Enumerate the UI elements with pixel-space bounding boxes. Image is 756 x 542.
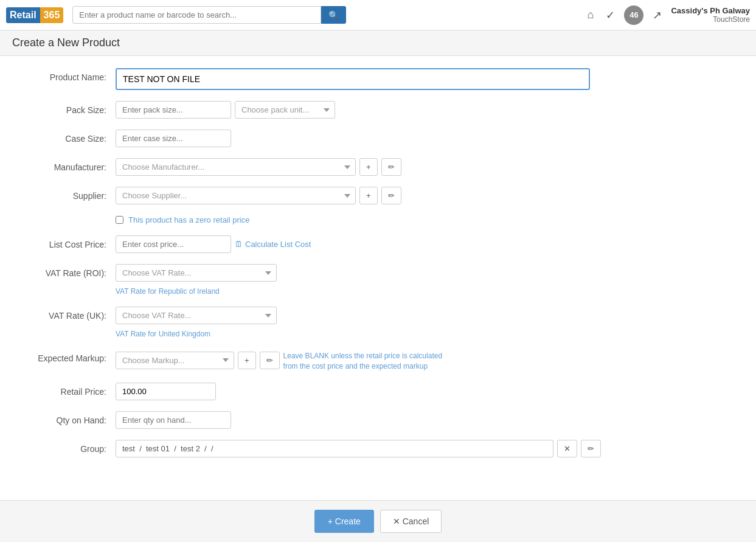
group-input[interactable] (116, 440, 553, 457)
case-size-row: Case Size: (18, 130, 651, 147)
home-button[interactable]: ⌂ (584, 5, 597, 24)
vat-uk-row: VAT Rate (UK): Choose VAT Rate... VAT Ra… (18, 307, 651, 338)
case-size-fields (116, 130, 651, 147)
case-size-input[interactable] (116, 130, 231, 147)
zero-price-checkbox-row: This product has a zero retail price (116, 215, 249, 224)
check-button[interactable]: ✓ (603, 5, 618, 25)
supplier-select[interactable]: Choose Supplier... (116, 187, 356, 204)
group-label: Group: (18, 440, 116, 454)
pack-size-fields: Choose pack unit... (116, 101, 651, 119)
calculate-link[interactable]: 🗓 Calculate List Cost (235, 240, 311, 249)
qty-input[interactable] (116, 411, 231, 429)
manufacturer-row: Manufacturer: Choose Manufacturer... + ✏ (18, 158, 651, 176)
user-info: Cassidy's Ph Galway TouchStore (671, 6, 750, 24)
check-icon: ✓ (606, 9, 615, 21)
zero-price-spacer (18, 215, 116, 220)
logo-retail: Retail (6, 7, 40, 23)
vat-uk-select[interactable]: Choose VAT Rate... (116, 307, 277, 324)
product-name-label: Product Name: (18, 68, 116, 82)
retail-price-label: Retail Price: (18, 383, 116, 397)
manufacturer-select[interactable]: Choose Manufacturer... (116, 158, 356, 176)
vat-roi-fields: Choose VAT Rate... VAT Rate for Republic… (116, 264, 651, 296)
logo-365: 365 (40, 7, 64, 23)
qty-row: Qty on Hand: (18, 411, 651, 429)
pack-size-row: Pack Size: Choose pack unit... (18, 101, 651, 119)
markup-row: Expected Markup: Choose Markup... + ✏ Le… (18, 349, 651, 372)
product-name-fields (116, 68, 651, 90)
vat-roi-label: VAT Rate (ROI): (18, 264, 116, 278)
vat-uk-helper: VAT Rate for United Kingdom (116, 330, 651, 338)
group-row: Group: ✕ ✏ (18, 440, 651, 457)
pack-size-label: Pack Size: (18, 101, 116, 115)
supplier-edit-button[interactable]: ✏ (381, 187, 401, 204)
qty-fields (116, 411, 651, 429)
vat-roi-select[interactable]: Choose VAT Rate... (116, 264, 277, 282)
cost-price-fields: 🗓 Calculate List Cost (116, 235, 651, 253)
qty-label: Qty on Hand: (18, 411, 116, 425)
vat-uk-label: VAT Rate (UK): (18, 307, 116, 321)
supplier-add-button[interactable]: + (359, 187, 378, 204)
page-title: Create a New Product (12, 36, 744, 49)
page-title-bar: Create a New Product (0, 30, 756, 56)
zero-price-checkbox[interactable] (116, 216, 123, 224)
product-name-row: Product Name: (18, 68, 651, 90)
product-name-input[interactable] (116, 68, 590, 90)
export-icon: ↗ (653, 9, 662, 21)
cost-price-row: List Cost Price: 🗓 Calculate List Cost (18, 235, 651, 253)
cost-price-label: List Cost Price: (18, 235, 116, 249)
supplier-fields: Choose Supplier... + ✏ (116, 187, 651, 204)
manufacturer-label: Manufacturer: (18, 158, 116, 172)
search-bar: 🔍 (72, 6, 346, 24)
search-button[interactable]: 🔍 (321, 6, 346, 24)
user-store: TouchStore (671, 15, 750, 24)
vat-roi-row: VAT Rate (ROI): Choose VAT Rate... VAT R… (18, 264, 651, 296)
case-size-label: Case Size: (18, 130, 116, 144)
search-input[interactable] (72, 6, 321, 24)
group-fields: ✕ ✏ (116, 440, 651, 457)
header-icons: ⌂ ✓ 46 ↗ (584, 5, 665, 25)
home-icon: ⌂ (588, 9, 594, 21)
user-name: Cassidy's Ph Galway (671, 6, 750, 15)
vat-uk-fields: Choose VAT Rate... VAT Rate for United K… (116, 307, 651, 338)
supplier-label: Supplier: (18, 187, 116, 201)
group-input-container: ✕ ✏ (116, 440, 601, 457)
retail-price-fields (116, 383, 651, 400)
markup-label: Expected Markup: (18, 349, 116, 363)
manufacturer-fields: Choose Manufacturer... + ✏ (116, 158, 651, 176)
cost-price-input[interactable] (116, 235, 231, 253)
manufacturer-edit-button[interactable]: ✏ (381, 158, 401, 176)
badge-button[interactable]: 46 (624, 5, 643, 25)
header: Retail365 🔍 ⌂ ✓ 46 ↗ Cassidy's Ph Galway… (0, 0, 756, 30)
calculate-label: Calculate List Cost (245, 240, 311, 249)
pack-unit-select[interactable]: Choose pack unit... (235, 101, 335, 119)
zero-price-fields: This product has a zero retail price (116, 215, 651, 224)
group-edit-button[interactable]: ✏ (581, 440, 601, 457)
retail-price-input[interactable] (116, 383, 216, 400)
search-icon: 🔍 (328, 10, 339, 20)
zero-price-label: This product has a zero retail price (128, 215, 249, 224)
pack-size-input[interactable] (116, 101, 231, 119)
zero-price-row: This product has a zero retail price (18, 215, 651, 224)
supplier-row: Supplier: Choose Supplier... + ✏ (18, 187, 651, 204)
form-container: Product Name: Pack Size: Choose pack uni… (0, 56, 669, 481)
calculate-icon: 🗓 (235, 240, 243, 249)
markup-edit-button[interactable]: ✏ (260, 352, 280, 369)
export-button[interactable]: ↗ (650, 5, 665, 25)
logo: Retail365 (6, 7, 63, 23)
markup-select[interactable]: Choose Markup... (116, 352, 234, 369)
markup-add-button[interactable]: + (238, 352, 256, 369)
retail-price-row: Retail Price: (18, 383, 651, 400)
markup-helper: Leave BLANK unless the retail price is c… (283, 351, 454, 372)
markup-fields: Choose Markup... + ✏ Leave BLANK unless … (116, 349, 651, 372)
vat-roi-helper: VAT Rate for Republic of Ireland (116, 287, 651, 296)
manufacturer-add-button[interactable]: + (359, 158, 378, 176)
group-clear-button[interactable]: ✕ (557, 440, 577, 457)
